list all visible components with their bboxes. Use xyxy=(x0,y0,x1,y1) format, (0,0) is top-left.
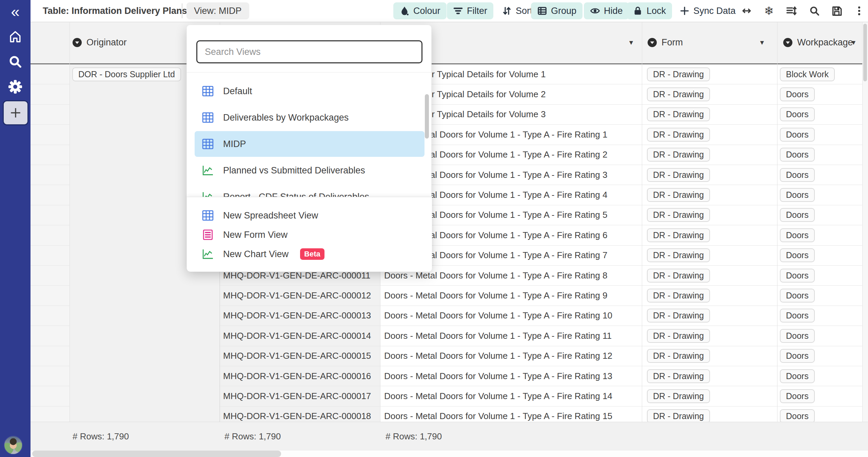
originator-value-pill[interactable]: DOR - Doors Supplier Ltd xyxy=(72,67,181,81)
workpackage-value-pill[interactable]: Doors xyxy=(780,389,815,403)
home-icon[interactable] xyxy=(0,28,31,45)
workpackage-value-pill[interactable]: Doors xyxy=(780,369,815,383)
workpackage-value-pill[interactable]: Doors xyxy=(780,128,815,142)
vertical-scrollbar[interactable] xyxy=(862,22,868,422)
cell-form[interactable]: DR - Drawing xyxy=(647,205,710,225)
cell-workpackage[interactable]: Doors xyxy=(780,165,815,185)
form-value-pill[interactable]: DR - Drawing xyxy=(647,289,710,303)
cell-workpackage[interactable]: Doors xyxy=(780,366,815,386)
cell-workpackage[interactable]: Doors xyxy=(780,346,815,366)
resize-horizontal-icon[interactable] xyxy=(738,2,755,19)
hide-button[interactable]: Hide xyxy=(584,2,629,19)
row-height-icon[interactable] xyxy=(783,2,800,19)
cell-form[interactable]: DR - Drawing xyxy=(647,326,710,346)
form-value-pill[interactable]: DR - Drawing xyxy=(647,369,710,383)
form-value-pill[interactable]: DR - Drawing xyxy=(647,248,710,262)
cell-form[interactable]: DR - Drawing xyxy=(647,84,710,104)
cell-workpackage[interactable]: Doors xyxy=(780,246,815,265)
cell-form[interactable]: DR - Drawing xyxy=(647,225,710,245)
form-value-pill[interactable]: DR - Drawing xyxy=(647,107,710,121)
cell-description[interactable]: Doors - Metal Doors for Volume 1 - Type … xyxy=(384,366,612,386)
lock-button[interactable]: Lock xyxy=(627,2,672,19)
cell-name[interactable]: MHQ-DOR-V1-GEN-DE-ARC-000015 xyxy=(223,346,371,366)
group-button[interactable]: Group xyxy=(531,2,583,19)
cell-workpackage[interactable]: Block Work xyxy=(780,64,835,84)
new-spreadsheet-view-button[interactable]: New Spreadsheet View xyxy=(195,206,425,225)
user-avatar[interactable] xyxy=(4,436,23,455)
cell-form[interactable]: DR - Drawing xyxy=(647,105,710,124)
cell-name[interactable]: MHQ-DOR-V1-GEN-DE-ARC-000016 xyxy=(223,366,371,386)
cell-name[interactable]: MHQ-DOR-V1-GEN-DE-ARC-000017 xyxy=(223,386,371,406)
cell-description[interactable]: Doors - Metal Doors for Volume 1 - Type … xyxy=(384,326,612,346)
cell-workpackage[interactable]: Doors xyxy=(780,125,815,144)
workpackage-value-pill[interactable]: Doors xyxy=(780,87,815,101)
cell-workpackage[interactable]: Doors xyxy=(780,84,815,104)
cell-form[interactable]: DR - Drawing xyxy=(647,386,710,406)
column-header-workpackage[interactable]: Workpackage xyxy=(783,22,853,63)
workpackage-value-pill[interactable]: Doors xyxy=(780,269,815,283)
cell-form[interactable]: DR - Drawing xyxy=(647,306,710,326)
cell-form[interactable]: DR - Drawing xyxy=(647,286,710,305)
cell-workpackage[interactable]: Doors xyxy=(780,105,815,124)
cell-workpackage[interactable]: Doors xyxy=(780,286,815,305)
chevron-down-icon[interactable]: ▼ xyxy=(759,22,765,63)
sync-data-button[interactable]: Sync Data xyxy=(673,2,742,19)
workpackage-value-pill[interactable]: Block Work xyxy=(780,67,835,81)
horizontal-scrollbar[interactable] xyxy=(31,451,868,457)
collapse-sidebar-icon[interactable]: « xyxy=(0,3,31,20)
form-value-pill[interactable]: DR - Drawing xyxy=(647,168,710,182)
workpackage-value-pill[interactable]: Doors xyxy=(780,208,815,222)
filter-button[interactable]: Filter xyxy=(447,2,493,19)
vertical-scrollbar-thumb[interactable] xyxy=(863,24,867,81)
workpackage-value-pill[interactable]: Doors xyxy=(780,188,815,202)
cell-form[interactable]: DR - Drawing xyxy=(647,145,710,165)
cell-form[interactable]: DR - Drawing xyxy=(647,165,710,185)
workpackage-value-pill[interactable]: Doors xyxy=(780,248,815,262)
new-chart-view-button[interactable]: New Chart ViewBeta xyxy=(195,245,425,264)
form-value-pill[interactable]: DR - Drawing xyxy=(647,309,710,323)
view-list-scrollbar-thumb[interactable] xyxy=(425,94,429,139)
cell-form[interactable]: DR - Drawing xyxy=(647,185,710,205)
view-menu-item-report-cdf-status-of-deliverables[interactable]: Report - CDF Status of Deliverables xyxy=(195,184,425,197)
cell-description[interactable]: Doors - Metal Doors for Volume 1 - Type … xyxy=(384,306,612,326)
view-menu-item-default[interactable]: Default xyxy=(195,78,425,104)
workpackage-value-pill[interactable]: Doors xyxy=(780,228,815,242)
form-value-pill[interactable]: DR - Drawing xyxy=(647,389,710,403)
more-menu-icon[interactable] xyxy=(850,2,868,19)
column-header-originator[interactable]: Originator xyxy=(72,22,127,63)
form-value-pill[interactable]: DR - Drawing xyxy=(647,67,710,81)
workpackage-value-pill[interactable]: Doors xyxy=(780,329,815,343)
workpackage-value-pill[interactable]: Doors xyxy=(780,409,815,423)
cell-form[interactable]: DR - Drawing xyxy=(647,246,710,265)
cell-workpackage[interactable]: Doors xyxy=(780,185,815,205)
workpackage-value-pill[interactable]: Doors xyxy=(780,148,815,162)
cell-name[interactable]: MHQ-DOR-V1-GEN-DE-ARC-000014 xyxy=(223,326,371,346)
cell-form[interactable]: DR - Drawing xyxy=(647,125,710,144)
form-value-pill[interactable]: DR - Drawing xyxy=(647,269,710,283)
workpackage-value-pill[interactable]: Doors xyxy=(780,289,815,303)
view-menu-item-deliverables-by-workpackages[interactable]: Deliverables by Workpackages xyxy=(195,105,425,130)
save-icon[interactable] xyxy=(828,2,846,19)
search-views-input[interactable] xyxy=(196,40,422,63)
form-value-pill[interactable]: DR - Drawing xyxy=(647,349,710,363)
horizontal-scrollbar-thumb[interactable] xyxy=(32,451,281,457)
workpackage-value-pill[interactable]: Doors xyxy=(780,349,815,363)
cell-workpackage[interactable]: Doors xyxy=(780,225,815,245)
chevron-down-icon[interactable]: ▼ xyxy=(850,22,857,63)
cell-workpackage[interactable]: Doors xyxy=(780,205,815,225)
form-value-pill[interactable]: DR - Drawing xyxy=(647,409,710,423)
cell-form[interactable]: DR - Drawing xyxy=(647,366,710,386)
chevron-down-icon[interactable]: ▼ xyxy=(628,22,634,63)
freeze-snowflake-icon[interactable]: ❄ xyxy=(760,2,778,19)
cell-description[interactable]: Doors - Metal Doors for Volume 1 - Type … xyxy=(384,386,612,406)
workpackage-value-pill[interactable]: Doors xyxy=(780,168,815,182)
form-value-pill[interactable]: DR - Drawing xyxy=(647,128,710,142)
settings-gear-icon[interactable] xyxy=(0,78,31,96)
cell-workpackage[interactable]: Doors xyxy=(780,306,815,326)
view-menu-item-midp[interactable]: MIDP xyxy=(195,131,425,157)
cell-name[interactable]: MHQ-DOR-V1-GEN-DE-ARC-000012 xyxy=(223,286,371,305)
form-value-pill[interactable]: DR - Drawing xyxy=(647,208,710,222)
add-table-button[interactable] xyxy=(3,100,28,125)
cell-workpackage[interactable]: Doors xyxy=(780,266,815,285)
cell-form[interactable]: DR - Drawing xyxy=(647,64,710,84)
